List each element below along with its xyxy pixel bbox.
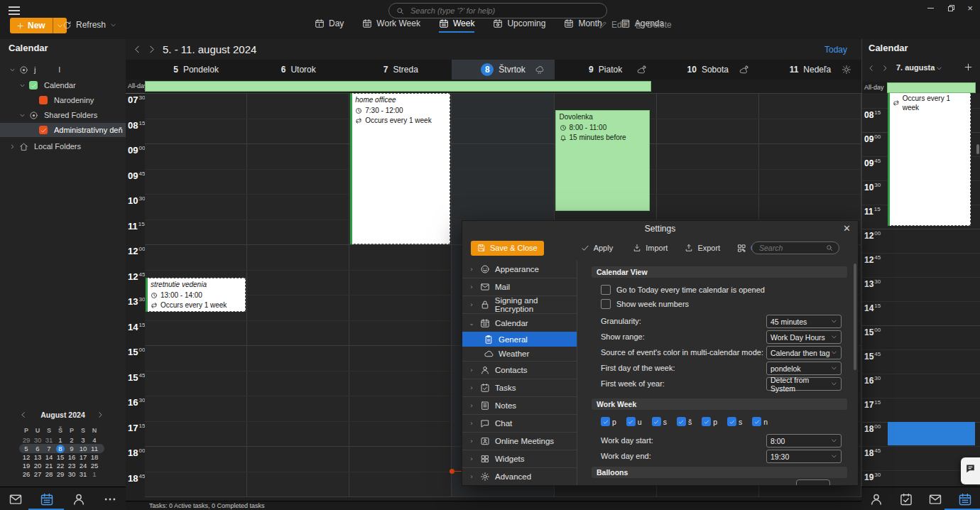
tab-week[interactable]: Week (439, 18, 474, 33)
settings-scrollbar[interactable] (854, 264, 856, 370)
mini-day[interactable]: 17 (77, 453, 89, 461)
mini-day[interactable]: 29 (21, 436, 32, 444)
rp-allday-event-bar[interactable] (887, 82, 976, 93)
rp-event-block[interactable] (888, 422, 975, 445)
checkbox-show-week-numbers[interactable]: Show week numbers (601, 299, 689, 309)
mini-day[interactable]: 15 (55, 453, 66, 461)
prev-week-icon[interactable] (133, 45, 142, 54)
mini-day[interactable]: 23 (66, 462, 77, 470)
module-mail-icon[interactable] (9, 492, 23, 506)
mini-day[interactable]: 25 (89, 462, 100, 470)
settings-nav-tasks[interactable]: ›Tasks (462, 379, 577, 397)
mini-day[interactable]: 18 (89, 453, 100, 461)
workday-checkbox-š[interactable]: š (677, 417, 692, 426)
settings-nav-general[interactable]: General (462, 332, 577, 347)
rp-event-home-officee[interactable]: home officee7:30 - 12:00Occurs every 1 w… (888, 93, 971, 226)
import-button[interactable]: Import (633, 244, 668, 252)
mini-day[interactable]: 30 (32, 436, 43, 444)
day-header-nedeľa[interactable]: 11Nedeľa (759, 60, 861, 80)
dropdown-source-of-event-s-color-in-multi-calendar-mode-[interactable]: Calendar then tag (766, 346, 842, 359)
allday-event-bar[interactable] (145, 81, 651, 92)
module-contacts-icon[interactable] (72, 492, 86, 506)
tree-item-calendar[interactable]: Calendar (0, 78, 143, 92)
module-calendar-icon[interactable] (958, 492, 972, 506)
workday-checkbox-u[interactable]: u (626, 417, 642, 426)
window-minimize-button[interactable] (925, 3, 935, 13)
mini-day[interactable]: 5 (21, 445, 32, 452)
mini-day[interactable]: 24 (77, 462, 89, 470)
module-calendar-icon[interactable] (40, 492, 54, 506)
settings-nav-widgets[interactable]: ›Widgets (462, 450, 577, 468)
settings-nav-weather[interactable]: Weather (462, 347, 577, 362)
settings-nav-appearance[interactable]: ›Appearance (462, 261, 577, 278)
mini-day[interactable]: 19 (21, 462, 32, 470)
mini-day[interactable]: 30 (66, 470, 77, 478)
mini-next-icon[interactable] (97, 411, 104, 418)
rp-date-label[interactable]: 7. augusta (896, 63, 935, 72)
module-tasks-icon[interactable] (899, 492, 913, 506)
settings-nav-calendar[interactable]: ⌄Calendar (462, 314, 577, 332)
rp-add-event-icon[interactable] (964, 63, 973, 72)
window-restore-button[interactable] (946, 3, 956, 13)
new-button[interactable]: New (10, 18, 67, 33)
mini-day[interactable]: 10 (77, 445, 89, 452)
workday-checkbox-n[interactable]: n (752, 417, 768, 426)
settings-search[interactable] (751, 242, 839, 254)
mini-day[interactable]: 7 (43, 445, 55, 452)
module-mail-icon[interactable] (928, 492, 942, 506)
tree-item-local-folders[interactable]: Local Folders (0, 139, 133, 153)
rp-scrollbar-thumb[interactable] (976, 144, 979, 154)
workday-checkbox-s[interactable]: s (727, 417, 742, 426)
event-stretnutie-vedenia[interactable]: stretnutie vedenia13:00 - 14:00Occurs ev… (146, 278, 246, 311)
mini-day[interactable]: 1 (55, 436, 66, 444)
mini-day[interactable]: 27 (32, 470, 43, 478)
day-header-sobota[interactable]: 10Sobota (657, 60, 759, 80)
mini-day[interactable]: 9 (66, 445, 77, 452)
tree-chevron-icon[interactable] (17, 112, 27, 119)
window-close-button[interactable]: × (965, 3, 975, 13)
dropdown-show-range-[interactable]: Work Day Hours (766, 330, 842, 344)
workday-checkbox-s[interactable]: s (652, 417, 667, 426)
tree-chevron-icon[interactable] (7, 67, 17, 73)
delete-button[interactable]: Delete (634, 20, 672, 30)
module-contacts-icon[interactable] (869, 492, 883, 506)
event-home-officee[interactable]: home officee7:30 - 12:00Occurs every 1 w… (350, 93, 450, 244)
day-header-streda[interactable]: 7Streda (349, 60, 452, 80)
tree-chevron-icon[interactable] (17, 82, 27, 89)
settings-search-input[interactable] (758, 243, 826, 253)
settings-nav-contacts[interactable]: ›Contacts (462, 362, 577, 379)
rp-date-caret-icon[interactable] (936, 65, 942, 72)
next-week-icon[interactable] (147, 45, 156, 54)
day-header-piatok[interactable]: 9Piatok (555, 60, 657, 80)
mini-day[interactable]: 3 (77, 436, 89, 444)
module-more-icon[interactable] (103, 492, 117, 506)
settings-nav-mail[interactable]: ›Mail (462, 278, 577, 296)
day-column-utorok[interactable] (247, 93, 349, 497)
tab-day[interactable]: Day (315, 18, 344, 33)
mini-day[interactable]: 21 (43, 462, 55, 470)
day-header-utorok[interactable]: 6Utorok (247, 60, 349, 80)
mini-day[interactable]: 31 (77, 470, 89, 478)
save-close-button[interactable]: Save & Close (471, 241, 544, 256)
mini-day[interactable]: 16 (66, 453, 77, 461)
mini-day[interactable]: 11 (89, 445, 100, 452)
mini-day[interactable]: 6 (32, 445, 43, 452)
settings-nav-advanced[interactable]: ›Advanced (462, 468, 577, 485)
dropdown-first-week-of-year-[interactable]: Detect from System (766, 377, 842, 391)
global-search[interactable] (388, 3, 607, 18)
tab-upcoming[interactable]: Upcoming (493, 18, 545, 33)
mini-day-today[interactable]: 8 (55, 445, 66, 453)
dropdown-work-day-end-[interactable]: 19:30 (766, 450, 842, 463)
workday-checkbox-p[interactable]: p (702, 417, 717, 426)
mini-day[interactable]: 2 (66, 436, 77, 444)
mini-day[interactable]: 12 (21, 453, 32, 461)
global-search-input[interactable] (409, 6, 599, 16)
settings-close-icon[interactable]: ✕ (843, 223, 851, 234)
settings-nav-online-meetings[interactable]: ›Online Meetings (462, 433, 577, 450)
chat-dock-tab[interactable] (961, 457, 980, 484)
day-header-pondelok[interactable]: 5Pondelok (145, 60, 247, 80)
workday-checkbox-p[interactable]: p (601, 417, 616, 426)
tree-chevron-icon[interactable] (7, 143, 17, 150)
mini-day[interactable]: 29 (55, 470, 66, 478)
edit-button[interactable]: Edit (599, 20, 626, 30)
